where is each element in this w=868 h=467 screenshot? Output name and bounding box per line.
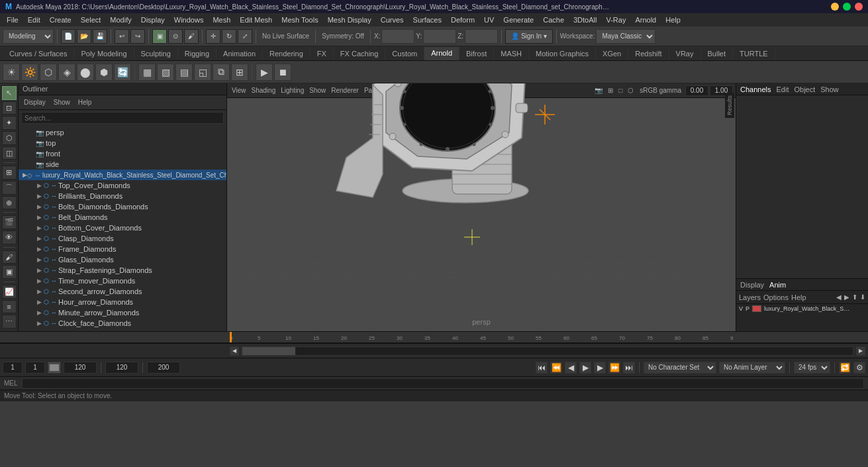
layers-tab-btn[interactable]: Layers xyxy=(739,293,761,301)
layer-p-btn[interactable]: P xyxy=(746,305,749,312)
sign-in-btn[interactable]: 👤 Sign In ▾ xyxy=(505,29,553,44)
shelf-btn-9[interactable]: ▧ xyxy=(157,64,174,81)
paint-select-btn[interactable]: 🖌 xyxy=(184,29,199,44)
rotate-tool-btn[interactable]: ↻ xyxy=(222,29,236,44)
scale-tool-btn[interactable]: ⤢ xyxy=(238,29,252,44)
shelf-btn-4[interactable]: ◈ xyxy=(58,64,75,81)
shelf-btn-stop[interactable]: ⏹ xyxy=(274,64,291,81)
shelf-btn-play[interactable]: ▶ xyxy=(256,64,273,81)
tree-item-strap[interactable]: ▶ ⬡ ↔ Strap_Fastenings_Diamonds xyxy=(19,265,226,276)
timeline-next-btn[interactable]: ▶ xyxy=(856,346,865,356)
maximize-button[interactable] xyxy=(843,3,851,11)
select-mode-btn[interactable]: ↖ xyxy=(2,86,17,100)
anim-tab-btn[interactable]: Anim xyxy=(769,281,786,289)
shelf-btn-12[interactable]: ⧉ xyxy=(213,64,230,81)
shelf-tab-motion-graphics[interactable]: Motion Graphics xyxy=(529,48,596,60)
tree-item-brilliants[interactable]: ▶ ⬡ ↔ Brilliants_Diamonds xyxy=(19,191,226,201)
frame-current-input[interactable] xyxy=(3,362,23,374)
lasso-btn[interactable]: ⊙ xyxy=(168,29,183,44)
anim-curve-btn[interactable]: 📈 xyxy=(2,285,17,299)
shelf-tab-fx[interactable]: FX xyxy=(311,48,334,60)
tree-item-minute-arrow[interactable]: ▶ ⬡ ↔ Minute_arrow_Diamonds xyxy=(19,307,226,318)
shelf-tab-bullet[interactable]: Bullet xyxy=(701,48,734,60)
edit-tab[interactable]: Edit xyxy=(776,85,789,93)
tree-item-persp[interactable]: 📷 persp xyxy=(19,127,226,138)
menu-item-3dtoall[interactable]: 3DtoAll xyxy=(569,15,601,25)
tree-item-main-group[interactable]: ▶ ◇ ↔ luxury_Royal_Watch_Black_Stainless… xyxy=(19,170,226,180)
dope-sheet-btn[interactable]: ≡ xyxy=(2,300,17,314)
layer-item[interactable]: V P luxury_Royal_Watch_Black_Stainless_S… xyxy=(736,304,868,313)
anim-next-frame-btn[interactable]: ▶ xyxy=(594,362,606,374)
anim-prev-frame-btn[interactable]: ◀ xyxy=(565,362,577,374)
snap-point-btn[interactable]: ⊕ xyxy=(2,196,17,210)
menu-item-mesh-tools[interactable]: Mesh Tools xyxy=(277,15,322,25)
character-set-selector[interactable]: No Character Set xyxy=(644,362,716,374)
menu-item-display[interactable]: Display xyxy=(137,15,169,25)
save-file-btn[interactable]: 💾 xyxy=(93,29,107,44)
shelf-tab-rigging[interactable]: Rigging xyxy=(178,48,217,60)
frame-max-input[interactable] xyxy=(147,362,180,374)
open-file-btn[interactable]: 📂 xyxy=(77,29,91,44)
help-tab-btn[interactable]: Help xyxy=(791,293,806,301)
shelf-tab-sculpting[interactable]: Sculpting xyxy=(134,48,178,60)
tree-item-side[interactable]: 📷 side xyxy=(19,159,226,170)
vp-shading-menu[interactable]: Shading xyxy=(250,85,278,97)
layer-v-btn[interactable]: V xyxy=(739,305,743,312)
tree-item-clock-face[interactable]: ▶ ⬡ ↔ Clock_face_Diamonds xyxy=(19,318,226,329)
menu-item-help[interactable]: Help xyxy=(661,15,685,25)
frame-out-input[interactable] xyxy=(64,362,97,374)
outliner-display-btn[interactable]: Display xyxy=(21,98,48,107)
vp-wireframe-btn[interactable]: □ xyxy=(616,85,624,97)
tree-item-second-arrow[interactable]: ▶ ⬡ ↔ Second_arrow_Diamonds xyxy=(19,286,226,297)
menu-item-create[interactable]: Create xyxy=(46,15,75,25)
graph-btn[interactable]: ⋯ xyxy=(2,315,17,329)
menu-item-select[interactable]: Select xyxy=(77,15,105,25)
shelf-btn-7[interactable]: 🔄 xyxy=(114,64,131,81)
frame-end-input[interactable] xyxy=(105,362,138,374)
shelf-tab-redshift[interactable]: Redshift xyxy=(628,48,669,60)
shelf-btn-2[interactable]: 🔆 xyxy=(21,64,38,81)
shelf-btn-5[interactable]: ⬤ xyxy=(77,64,94,81)
move-tool-btn[interactable]: ✛ xyxy=(206,29,220,44)
paint-btn[interactable]: 🖌 xyxy=(2,250,17,264)
tree-item-glass[interactable]: ▶ ⬡ ↔ Glass_Diamonds xyxy=(19,254,226,265)
shelf-tab-mash[interactable]: MASH xyxy=(494,48,529,60)
minimize-button[interactable] xyxy=(831,3,839,11)
vp-camera-btn[interactable]: 📷 xyxy=(593,85,604,97)
face-btn[interactable]: ⬡ xyxy=(2,131,17,145)
render-btn[interactable]: 🎬 xyxy=(2,215,17,229)
object-tab[interactable]: Object xyxy=(794,85,815,93)
display-tab-btn[interactable]: Display xyxy=(740,281,764,289)
shelf-btn-13[interactable]: ⊞ xyxy=(231,64,248,81)
close-button[interactable] xyxy=(855,3,863,11)
tree-item-bolts[interactable]: ▶ ⬡ ↔ Bolts_Diamonds_Diamonds xyxy=(19,201,226,212)
workspace-selector[interactable]: Maya Classic xyxy=(596,29,655,44)
x-input[interactable] xyxy=(381,29,414,44)
edge-btn[interactable]: ✦ xyxy=(2,116,17,130)
shelf-btn-1[interactable]: ☀ xyxy=(3,64,20,81)
anim-settings-btn[interactable]: ⚙ xyxy=(853,362,865,374)
timeline-prev-btn[interactable]: ◀ xyxy=(230,346,239,356)
anim-layer-selector[interactable]: No Anim Layer xyxy=(719,362,785,374)
tree-item-belt[interactable]: ▶ ⬡ ↔ Belt_Diamonds xyxy=(19,212,226,223)
tree-item-time-mover[interactable]: ▶ ⬡ ↔ Time_mover_Diamonds xyxy=(19,276,226,286)
vp-smooth-btn[interactable]: ⬡ xyxy=(626,85,636,97)
y-input[interactable] xyxy=(423,29,456,44)
outliner-help-btn[interactable]: Help xyxy=(75,98,95,107)
redo-btn[interactable]: ↪ xyxy=(130,29,145,44)
menu-item-modify[interactable]: Modify xyxy=(106,15,135,25)
menu-item-mesh-display[interactable]: Mesh Display xyxy=(324,15,375,25)
menu-item-deform[interactable]: Deform xyxy=(447,15,479,25)
shelf-tab-rendering[interactable]: Rendering xyxy=(263,48,311,60)
tree-item-hour-arrow[interactable]: ▶ ⬡ ↔ Hour_arrow_Diamonds xyxy=(19,297,226,307)
region-btn[interactable]: ▣ xyxy=(2,265,17,279)
shelf-tab-arnold[interactable]: Arnold xyxy=(424,47,459,60)
viewport-canvas[interactable]: X Y Z xyxy=(227,98,736,331)
vp-view-menu[interactable]: View xyxy=(230,85,248,97)
shelf-tab-vray[interactable]: VRay xyxy=(669,48,701,60)
outliner-show-btn[interactable]: Show xyxy=(51,98,73,107)
fps-selector[interactable]: 24 fps xyxy=(794,362,830,374)
show-tab[interactable]: Show xyxy=(820,85,839,93)
module-selector[interactable]: Modeling Rigging Animation FX Rendering xyxy=(3,29,54,44)
menu-item-windows[interactable]: Windows xyxy=(170,15,208,25)
